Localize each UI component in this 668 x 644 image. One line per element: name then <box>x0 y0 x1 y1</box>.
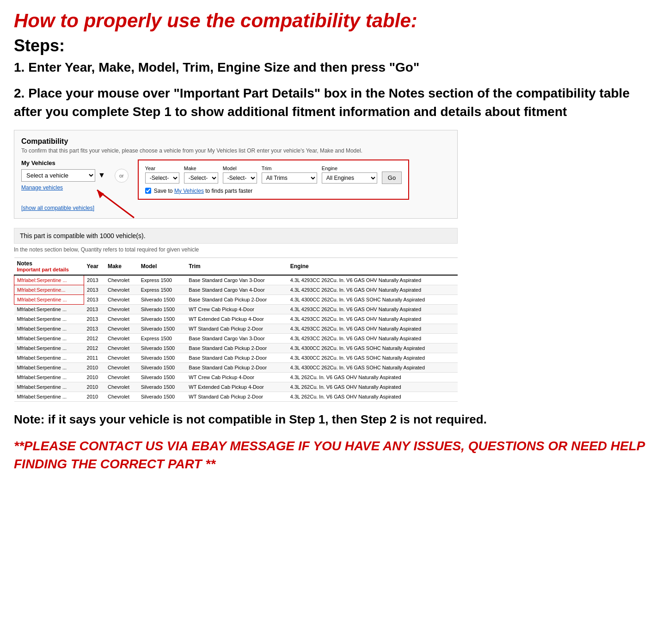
svg-marker-1 <box>97 190 104 198</box>
engine-cell: 4.3L 4293CC 262Cu. In. V6 GAS OHV Natura… <box>288 304 458 314</box>
year-cell: 2010 <box>84 382 105 392</box>
col-header-year: Year <box>84 258 105 275</box>
make-cell: Chevrolet <box>105 392 138 401</box>
model-label: Model <box>223 166 257 171</box>
model-cell: Silverado 1500 <box>138 304 186 314</box>
table-row: Mfrlabel:Serpentine ...2012ChevroletSilv… <box>14 343 458 353</box>
trim-cell: WT Standard Cab Pickup 2-Door <box>186 392 287 401</box>
make-cell: Chevrolet <box>105 304 138 314</box>
notes-cell: Mfrlabel:Serpentine ... <box>14 372 84 382</box>
notes-cell: Mfrlabel:Serpentine ... <box>14 304 84 314</box>
notes-cell: Mfrlabel:Serpentine ... <box>14 294 84 304</box>
model-cell: Silverado 1500 <box>138 392 186 401</box>
my-vehicles-link[interactable]: My Vehicles <box>174 188 204 194</box>
table-row: Mfrlabel:Serpentine ...2013ChevroletSilv… <box>14 314 458 324</box>
steps-label: Steps: <box>14 36 654 55</box>
table-row: Mfrlabel:Serpentine ...2013ChevroletExpr… <box>14 275 458 285</box>
engine-cell: 4.3L 4300CC 262Cu. In. V6 GAS SOHC Natur… <box>288 294 458 304</box>
col-header-trim: Trim <box>186 258 287 275</box>
notes-cell: Mfrlabel:Serpentine ... <box>14 275 84 285</box>
trim-cell: Base Standard Cab Pickup 2-Door <box>186 362 287 372</box>
make-cell: Chevrolet <box>105 353 138 362</box>
notes-cell: Mfrlabel:Serpentine ... <box>14 324 84 333</box>
year-select[interactable]: -Select- <box>145 172 179 184</box>
year-cell: 2010 <box>84 372 105 382</box>
table-row: Mfrlabel:Serpentine ...2010ChevroletSilv… <box>14 382 458 392</box>
trim-cell: Base Standard Cargo Van 3-Door <box>186 275 287 285</box>
year-cell: 2013 <box>84 275 105 285</box>
engine-cell: 4.3L 4293CC 262Cu. In. V6 GAS OHV Natura… <box>288 333 458 343</box>
col-header-engine: Engine <box>288 258 458 275</box>
model-cell: Silverado 1500 <box>138 362 186 372</box>
or-label: or <box>115 169 129 183</box>
year-field-group: Year -Select- <box>145 166 179 184</box>
notes-cell: Mfrlabel:Serpentine... <box>14 285 84 294</box>
make-cell: Chevrolet <box>105 333 138 343</box>
year-cell: 2012 <box>84 333 105 343</box>
table-row: Mfrlabel:Serpentine ...2013ChevroletSilv… <box>14 294 458 304</box>
make-cell: Chevrolet <box>105 343 138 353</box>
model-cell: Silverado 1500 <box>138 343 186 353</box>
compatibility-box: Compatibility To confirm that this part … <box>14 130 458 219</box>
table-row: Mfrlabel:Serpentine ...2012ChevroletExpr… <box>14 333 458 343</box>
engine-cell: 4.3L 262Cu. In. V6 GAS OHV Naturally Asp… <box>288 392 458 401</box>
compat-title: Compatibility <box>21 137 450 146</box>
col-header-model: Model <box>138 258 186 275</box>
make-cell: Chevrolet <box>105 275 138 285</box>
make-cell: Chevrolet <box>105 382 138 392</box>
table-row: Mfrlabel:Serpentine ...2010ChevroletSilv… <box>14 392 458 401</box>
table-row: Mfrlabel:Serpentine ...2010ChevroletSilv… <box>14 362 458 372</box>
trim-cell: Base Standard Cab Pickup 2-Door <box>186 294 287 304</box>
compatible-count: This part is compatible with 1000 vehicl… <box>14 228 458 244</box>
trim-cell: Base Standard Cab Pickup 2-Door <box>186 343 287 353</box>
engine-cell: 4.3L 4293CC 262Cu. In. V6 GAS OHV Natura… <box>288 314 458 324</box>
year-cell: 2013 <box>84 285 105 294</box>
make-cell: Chevrolet <box>105 362 138 372</box>
model-cell: Silverado 1500 <box>138 294 186 304</box>
trim-label: Trim <box>262 166 317 171</box>
year-cell: 2013 <box>84 304 105 314</box>
trim-cell: Base Standard Cargo Van 4-Door <box>186 285 287 294</box>
table-row: Mfrlabel:Serpentine ...2011ChevroletSilv… <box>14 353 458 362</box>
year-cell: 2013 <box>84 324 105 333</box>
table-row: Mfrlabel:Serpentine...2013ChevroletExpre… <box>14 285 458 294</box>
year-cell: 2010 <box>84 362 105 372</box>
trim-cell: Base Standard Cab Pickup 2-Door <box>186 353 287 362</box>
model-cell: Express 1500 <box>138 275 186 285</box>
compatibility-table: Notes Important part details Year Make M… <box>14 258 458 402</box>
engine-cell: 4.3L 4293CC 262Cu. In. V6 GAS OHV Natura… <box>288 324 458 333</box>
year-make-section: Year -Select- Make -Select- Mo <box>138 159 409 200</box>
contact-section: **PLEASE CONTACT US VIA EBAY MESSAGE IF … <box>14 437 654 473</box>
year-cell: 2012 <box>84 343 105 353</box>
notes-cell: Mfrlabel:Serpentine ... <box>14 392 84 401</box>
trim-field-group: Trim All Trims <box>262 166 317 184</box>
engine-cell: 4.3L 4300CC 262Cu. In. V6 GAS SOHC Natur… <box>288 343 458 353</box>
table-row: Mfrlabel:Serpentine ...2013ChevroletSilv… <box>14 324 458 333</box>
save-checkbox[interactable] <box>145 188 151 194</box>
my-vehicles-label: My Vehicles <box>21 159 105 166</box>
save-checkbox-row: Save to My Vehicles to finds parts faste… <box>145 188 402 194</box>
table-row: Mfrlabel:Serpentine ...2010ChevroletSilv… <box>14 372 458 382</box>
col-header-make: Make <box>105 258 138 275</box>
main-title: How to properly use the compatibility ta… <box>14 9 654 32</box>
note-section: Note: if it says your vehicle is not com… <box>14 411 654 428</box>
model-cell: Express 1500 <box>138 285 186 294</box>
model-select[interactable]: -Select- <box>223 172 257 184</box>
engine-select[interactable]: All Engines <box>322 172 377 184</box>
step-2-text: 2. Place your mouse over "Important Part… <box>14 84 654 120</box>
notes-cell: Mfrlabel:Serpentine ... <box>14 314 84 324</box>
make-label: Make <box>184 166 218 171</box>
trim-cell: WT Extended Cab Pickup 4-Door <box>186 382 287 392</box>
notes-cell: Mfrlabel:Serpentine ... <box>14 362 84 372</box>
make-field-group: Make -Select- <box>184 166 218 184</box>
trim-cell: Base Standard Cargo Van 3-Door <box>186 333 287 343</box>
dropdown-arrow-icon: ▼ <box>98 171 105 179</box>
notes-cell: Mfrlabel:Serpentine ... <box>14 353 84 362</box>
go-button[interactable]: Go <box>382 172 402 184</box>
make-select[interactable]: -Select- <box>184 172 218 184</box>
trim-select[interactable]: All Trims <box>262 172 317 184</box>
year-label: Year <box>145 166 179 171</box>
vehicle-select[interactable]: Select a vehicle <box>21 169 95 182</box>
make-cell: Chevrolet <box>105 314 138 324</box>
model-cell: Silverado 1500 <box>138 324 186 333</box>
